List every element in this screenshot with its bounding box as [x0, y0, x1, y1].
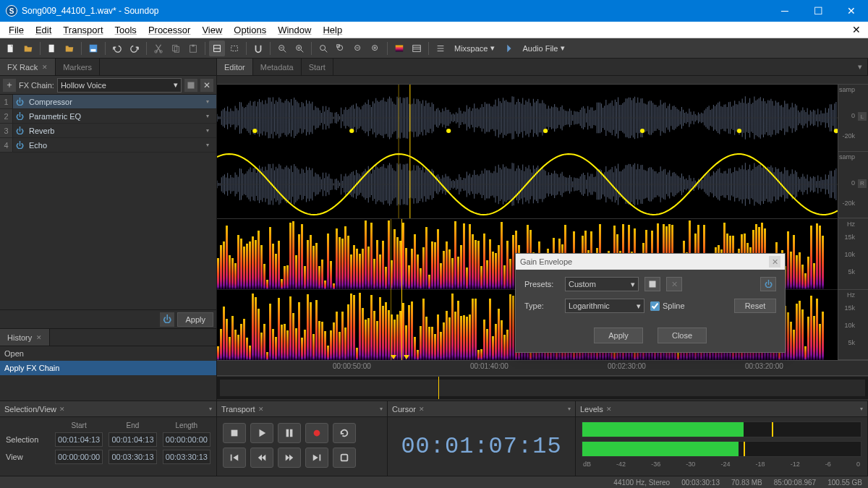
play-button[interactable]: [250, 423, 273, 443]
selection-length[interactable]: 00:00:00:00: [163, 432, 210, 447]
zoom-in-amp-icon[interactable]: [367, 40, 383, 56]
spline-checkbox[interactable]: Spline: [650, 301, 685, 311]
type-dropdown[interactable]: Logarithmic▾: [565, 299, 644, 313]
history-item-apply-fx[interactable]: Apply FX Chain: [0, 361, 216, 375]
timeline-ruler[interactable]: 00:00:50:00 00:01:40:00 00:02:30:00 00:0…: [217, 360, 868, 376]
zoom-full-icon[interactable]: [315, 40, 331, 56]
fx-row-reverb[interactable]: 3⏻Reverb▾: [0, 124, 216, 138]
maximize-button[interactable]: ☐: [801, 0, 835, 22]
audio-file-button[interactable]: Audio File▾: [518, 43, 569, 53]
go-start-button[interactable]: [223, 448, 246, 468]
history-item-open[interactable]: Open: [0, 346, 216, 361]
minimize-button[interactable]: ─: [768, 0, 801, 22]
new-file-icon[interactable]: [3, 40, 19, 56]
close-button[interactable]: ✕: [835, 0, 868, 22]
stop-button[interactable]: [223, 423, 246, 443]
close-icon[interactable]: ✕: [36, 334, 42, 341]
zoom-out-amp-icon[interactable]: [350, 40, 366, 56]
zoom-in-time-icon[interactable]: [292, 40, 307, 56]
view-start[interactable]: 00:00:00:00: [55, 450, 103, 464]
audio-file-icon[interactable]: [501, 40, 516, 56]
power-icon[interactable]: ⏻: [13, 112, 26, 121]
time-selection-icon[interactable]: [209, 40, 225, 56]
power-icon[interactable]: ⏻: [13, 98, 26, 106]
layout-icon[interactable]: [433, 40, 448, 56]
panel-menu-icon[interactable]: ▾: [380, 406, 383, 412]
menu-file[interactable]: File: [3, 23, 30, 37]
snap-icon[interactable]: [250, 40, 266, 56]
panel-menu-icon[interactable]: ▾: [209, 406, 212, 412]
close-icon[interactable]: ✕: [258, 406, 264, 413]
menu-help[interactable]: Help: [317, 23, 348, 37]
panel-menu-icon[interactable]: ▾: [860, 406, 863, 412]
waveform-view[interactable]: samp 0 -20k L samp 0 -20k R: [217, 85, 868, 218]
menu-processor[interactable]: Processor: [142, 23, 197, 37]
copy-icon[interactable]: [168, 40, 184, 56]
menu-edit[interactable]: Edit: [30, 23, 57, 37]
dialog-apply-button[interactable]: Apply: [594, 328, 643, 343]
fx-power-toggle[interactable]: ⏻: [160, 312, 174, 327]
fx-chain-dropdown[interactable]: Hollow Voice▾: [57, 78, 182, 93]
power-icon[interactable]: ⏻: [13, 127, 26, 135]
tab-history[interactable]: History✕: [0, 329, 50, 346]
delete-preset-icon[interactable]: ✕: [666, 277, 682, 291]
open-file-icon[interactable]: [20, 40, 36, 56]
save-icon[interactable]: [85, 40, 101, 56]
tab-editor[interactable]: Editor: [217, 59, 253, 75]
dialog-close-icon[interactable]: ✕: [769, 256, 780, 267]
tab-start[interactable]: Start: [302, 59, 333, 75]
save-preset-icon[interactable]: [184, 79, 197, 92]
close-icon[interactable]: ✕: [42, 64, 48, 71]
new-multitrack-icon[interactable]: [44, 40, 60, 56]
overview-bar[interactable]: [217, 376, 868, 399]
tab-markers[interactable]: Markers: [56, 59, 100, 75]
pause-button[interactable]: [278, 423, 301, 443]
marquee-icon[interactable]: [226, 40, 242, 56]
fx-apply-button[interactable]: Apply: [177, 312, 213, 327]
dialog-title-bar[interactable]: Gain Envelope ✕: [516, 254, 785, 270]
open-multitrack-icon[interactable]: [61, 40, 77, 56]
panel-menu-icon[interactable]: ▾: [568, 406, 571, 412]
rewind-button[interactable]: [250, 448, 273, 468]
redo-icon[interactable]: [127, 40, 142, 56]
reset-button[interactable]: Reset: [734, 299, 776, 313]
save-preset-icon[interactable]: [644, 277, 660, 291]
skip-button[interactable]: [333, 448, 356, 468]
undo-icon[interactable]: [109, 40, 125, 56]
spectrum-gradient-icon[interactable]: [391, 40, 407, 56]
zoom-out-time-icon[interactable]: [274, 40, 290, 56]
presets-dropdown[interactable]: Custom▾: [565, 277, 639, 291]
mixspace-button[interactable]: Mixspace▾: [450, 43, 499, 53]
close-icon[interactable]: ✕: [419, 406, 425, 413]
forward-button[interactable]: [278, 448, 301, 468]
power-icon[interactable]: ⏻: [13, 141, 26, 150]
delete-preset-icon[interactable]: ✕: [200, 79, 213, 92]
add-fx-button[interactable]: ＋: [3, 79, 16, 92]
menu-view[interactable]: View: [196, 23, 228, 37]
mdi-close-icon[interactable]: ✕: [848, 24, 865, 35]
menu-tools[interactable]: Tools: [109, 23, 142, 37]
zoom-selection-icon[interactable]: [333, 40, 349, 56]
view-length[interactable]: 00:03:30:13: [163, 450, 210, 464]
view-end[interactable]: 00:03:30:13: [109, 450, 156, 464]
close-icon[interactable]: ✕: [606, 406, 612, 413]
close-icon[interactable]: ✕: [59, 406, 65, 413]
selection-start[interactable]: 00:01:04:13: [55, 432, 103, 447]
dialog-close-button[interactable]: Close: [658, 328, 707, 343]
menu-options[interactable]: Options: [228, 23, 272, 37]
go-end-button[interactable]: [305, 448, 328, 468]
tab-fx-rack[interactable]: FX Rack✕: [0, 59, 56, 75]
spectrum-settings-icon[interactable]: [409, 40, 425, 56]
paste-icon[interactable]: [185, 40, 201, 56]
bypass-icon[interactable]: ⏻: [760, 277, 776, 291]
fx-row-echo[interactable]: 4⏻Echo▾: [0, 138, 216, 153]
selection-end[interactable]: 00:01:04:13: [109, 432, 156, 447]
menu-transport[interactable]: Transport: [57, 23, 109, 37]
menu-window[interactable]: Window: [272, 23, 317, 37]
panel-menu-icon[interactable]: ▾: [853, 59, 868, 75]
tab-metadata[interactable]: Metadata: [253, 59, 302, 75]
fx-row-compressor[interactable]: 1⏻Compressor▾: [0, 95, 216, 109]
loop-button[interactable]: [333, 423, 356, 443]
cut-icon[interactable]: [150, 40, 166, 56]
fx-row-parametric-eq[interactable]: 2⏻Parametric EQ▾: [0, 109, 216, 124]
